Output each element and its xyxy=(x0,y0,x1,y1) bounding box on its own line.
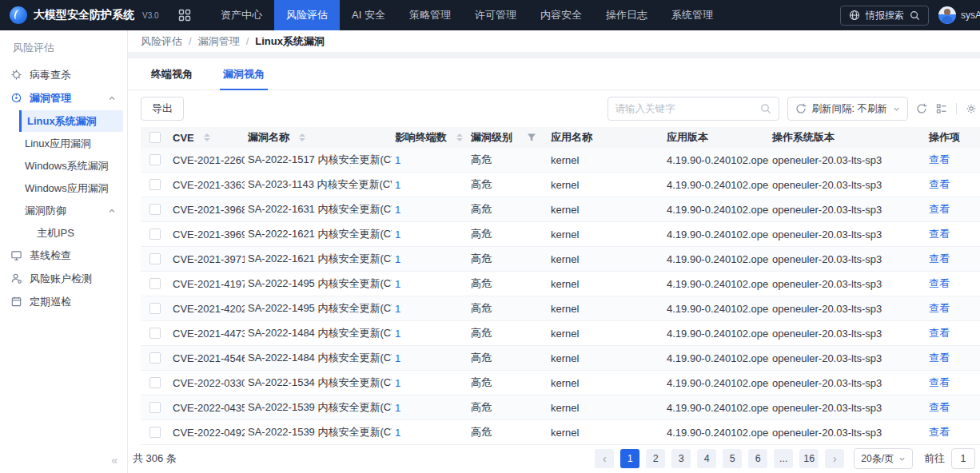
row-checkbox[interactable] xyxy=(149,328,161,339)
cell-vuln-name: SA-2022-1484 内核安全更新(CVE-... xyxy=(245,351,392,365)
sidebar-item-vuln-management[interactable]: 漏洞管理 xyxy=(0,86,127,109)
sidebar-item-virus-scan[interactable]: 病毒查杀 xyxy=(0,63,127,86)
page-button[interactable]: 2 xyxy=(646,449,665,468)
cell-affected-terminals: 1 xyxy=(392,352,468,364)
affected-count-link[interactable]: 1 xyxy=(395,253,400,265)
view-link[interactable]: 查看 xyxy=(929,400,950,415)
view-link[interactable]: 查看 xyxy=(929,153,950,167)
row-checkbox[interactable] xyxy=(149,253,161,264)
table-row: CVE-2021-4202SA-2022-1495 内核安全更新(CVE-...… xyxy=(141,296,980,321)
row-checkbox[interactable] xyxy=(149,377,161,388)
row-checkbox[interactable] xyxy=(149,229,161,240)
column-header-vuln-level[interactable]: 漏洞级别 xyxy=(468,130,548,145)
cell-app-name: kernel xyxy=(548,352,663,364)
breadcrumb-item[interactable]: 风险评估 xyxy=(141,34,182,49)
cell-affected-terminals: 1 xyxy=(392,278,468,290)
affected-count-link[interactable]: 1 xyxy=(395,328,400,340)
affected-count-link[interactable]: 1 xyxy=(395,204,400,216)
row-checkbox[interactable] xyxy=(149,303,161,314)
affected-count-link[interactable]: 1 xyxy=(395,352,400,364)
sidebar-collapse-button[interactable]: « xyxy=(111,454,118,467)
sidebar-item-baseline-check[interactable]: 基线检查 xyxy=(0,244,127,267)
view-link[interactable]: 查看 xyxy=(929,425,950,439)
view-link[interactable]: 查看 xyxy=(929,227,950,241)
page-button[interactable]: 3 xyxy=(671,449,691,468)
column-header-vuln-name[interactable]: 漏洞名称 xyxy=(245,130,392,145)
filter-icon[interactable] xyxy=(527,133,536,142)
sidebar-item-linux-app-vuln[interactable]: Linux应用漏洞 xyxy=(0,133,127,154)
sidebar-item-host-ips[interactable]: 主机IPS xyxy=(0,222,127,244)
sort-icon[interactable] xyxy=(204,133,210,141)
column-header-actions: 操作项 xyxy=(926,130,980,145)
sidebar-item-windows-system-vuln[interactable]: Windows系统漏洞 xyxy=(0,155,127,177)
sort-icon[interactable] xyxy=(299,133,305,141)
row-checkbox[interactable] xyxy=(149,352,161,364)
view-link[interactable]: 查看 xyxy=(929,202,950,217)
affected-count-link[interactable]: 1 xyxy=(395,303,400,315)
refresh-icon[interactable] xyxy=(916,103,927,114)
row-checkbox[interactable] xyxy=(149,154,161,165)
sort-icon[interactable] xyxy=(456,133,463,141)
search-icon[interactable] xyxy=(760,103,771,114)
affected-count-link[interactable]: 1 xyxy=(395,377,400,389)
column-header-affected-terminals[interactable]: 影响终端数 xyxy=(392,130,468,145)
nav-item-ai-security[interactable]: AI 安全 xyxy=(340,0,397,30)
column-header-cve[interactable]: CVE xyxy=(169,132,245,144)
nav-item-content-security[interactable]: 内容安全 xyxy=(528,0,594,30)
affected-count-link[interactable]: 1 xyxy=(395,154,400,166)
row-checkbox[interactable] xyxy=(149,278,161,289)
cell-app-version: 4.19.90-0.240102.openeuler xyxy=(663,253,769,265)
sidebar-item-linux-system-vuln[interactable]: Linux系统漏洞 xyxy=(19,110,123,132)
refresh-interval-select[interactable]: 刷新间隔: 不刷新 xyxy=(787,97,908,121)
view-link[interactable]: 查看 xyxy=(929,351,950,365)
sidebar-item-periodic-inspection[interactable]: 定期巡检 xyxy=(0,290,127,313)
affected-count-link[interactable]: 1 xyxy=(395,427,400,439)
view-link[interactable]: 查看 xyxy=(929,276,950,291)
export-button[interactable]: 导出 xyxy=(141,97,184,121)
page-button[interactable]: 4 xyxy=(697,449,716,468)
prev-page-button[interactable]: ‹ xyxy=(595,449,614,468)
page-size-select[interactable]: 20条/页 xyxy=(854,448,913,469)
nav-item-asset-center[interactable]: 资产中心 xyxy=(209,0,274,30)
nav-item-risk-assessment[interactable]: 风险评估 xyxy=(274,0,340,30)
goto-page-input[interactable] xyxy=(951,448,975,469)
sidebar-item-windows-app-vuln[interactable]: Windows应用漏洞 xyxy=(0,177,127,199)
row-checkbox[interactable] xyxy=(149,427,161,438)
row-checkbox[interactable] xyxy=(149,179,161,190)
nav-item-system-management[interactable]: 系统管理 xyxy=(659,0,725,30)
breadcrumb-item[interactable]: 漏洞管理 xyxy=(198,34,240,49)
app-launcher-icon[interactable] xyxy=(178,9,191,22)
row-checkbox[interactable] xyxy=(149,204,161,215)
nav-item-license-management[interactable]: 许可管理 xyxy=(463,0,528,30)
view-link[interactable]: 查看 xyxy=(929,252,950,266)
page-ellipsis[interactable]: ... xyxy=(774,449,793,468)
select-all-checkbox[interactable] xyxy=(149,132,161,143)
keyword-search-input[interactable] xyxy=(615,103,754,114)
view-link[interactable]: 查看 xyxy=(929,326,950,340)
row-checkbox[interactable] xyxy=(149,402,161,413)
affected-count-link[interactable]: 1 xyxy=(395,229,400,240)
view-link[interactable]: 查看 xyxy=(929,177,950,192)
sidebar-item-risk-account-detection[interactable]: 风险账户检测 xyxy=(0,267,127,290)
nav-item-operation-log[interactable]: 操作日志 xyxy=(594,0,659,30)
page-button[interactable]: 5 xyxy=(723,449,742,468)
page-button[interactable]: 1 xyxy=(620,449,639,468)
intel-search-button[interactable]: 情报搜索 xyxy=(840,6,929,26)
view-link[interactable]: 查看 xyxy=(929,376,950,390)
tab-vuln-view[interactable]: 漏洞视角 xyxy=(223,58,265,90)
user-menu[interactable]: sysA... xyxy=(938,6,980,24)
nav-item-policy-management[interactable]: 策略管理 xyxy=(397,0,463,30)
next-page-button[interactable]: › xyxy=(825,449,844,468)
sidebar-item-vuln-defense[interactable]: 漏洞防御 xyxy=(0,200,127,221)
view-link[interactable]: 查看 xyxy=(929,301,950,316)
affected-count-link[interactable]: 1 xyxy=(395,278,400,290)
page-button[interactable]: 6 xyxy=(748,449,767,468)
affected-count-link[interactable]: 1 xyxy=(395,179,400,191)
column-settings-icon[interactable] xyxy=(936,103,947,114)
settings-gear-icon[interactable] xyxy=(966,103,977,114)
tab-terminal-view[interactable]: 终端视角 xyxy=(151,58,193,90)
sidebar-item-label: 主机IPS xyxy=(37,226,74,240)
page-button[interactable]: 16 xyxy=(799,449,819,468)
row-checkbox-cell xyxy=(141,377,169,388)
affected-count-link[interactable]: 1 xyxy=(395,402,400,414)
